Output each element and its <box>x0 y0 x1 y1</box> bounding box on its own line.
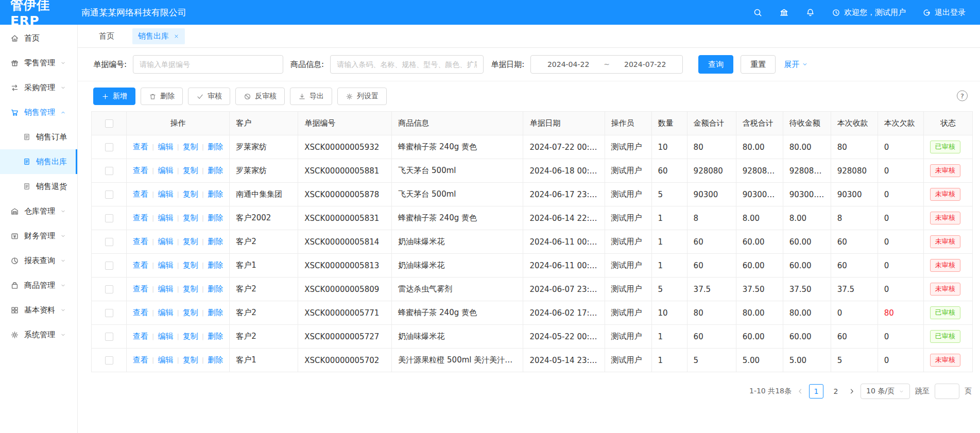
copy-link[interactable]: 复制 <box>183 308 198 317</box>
row-checkbox[interactable] <box>105 143 113 151</box>
chevron-up-icon <box>60 110 66 115</box>
delete-link[interactable]: 删除 <box>208 261 223 270</box>
view-link[interactable]: 查看 <box>133 332 148 341</box>
date-range-picker[interactable]: 2024-04-22 ~ 2024-07-22 <box>530 55 683 74</box>
row-checkbox[interactable] <box>105 190 113 199</box>
sidebar-item-finance-mgmt[interactable]: 财务管理 <box>0 223 77 248</box>
copy-link[interactable]: 复制 <box>183 332 198 341</box>
system-icon <box>10 331 19 339</box>
sidebar-item-sales-return[interactable]: 销售退货 <box>0 174 77 199</box>
column-settings-button[interactable]: 列设置 <box>337 88 387 105</box>
delete-link[interactable]: 删除 <box>208 332 223 341</box>
row-checkbox[interactable] <box>105 238 113 246</box>
row-checkbox[interactable] <box>105 262 113 270</box>
edit-link[interactable]: 编辑 <box>158 261 173 270</box>
edit-link[interactable]: 编辑 <box>158 189 173 199</box>
ban-icon <box>244 93 251 100</box>
row-checkbox[interactable] <box>105 333 113 341</box>
sidebar-item-basic-data[interactable]: 基本资料 <box>0 298 77 322</box>
unapprove-button[interactable]: 反审核 <box>235 88 285 105</box>
edit-link[interactable]: 编辑 <box>158 355 173 365</box>
delete-link[interactable]: 删除 <box>208 142 223 151</box>
delete-link[interactable]: 删除 <box>208 355 223 365</box>
edit-link[interactable]: 编辑 <box>158 142 173 151</box>
jump-page-input[interactable] <box>935 384 959 399</box>
copy-link[interactable]: 复制 <box>183 213 198 222</box>
view-link[interactable]: 查看 <box>133 142 148 151</box>
edit-link[interactable]: 编辑 <box>158 237 173 246</box>
welcome-user[interactable]: 欢迎您，测试用户 <box>832 8 906 18</box>
delete-link[interactable]: 删除 <box>208 237 223 246</box>
expand-link[interactable]: 展开 <box>784 60 808 70</box>
app-logo[interactable]: 管伊佳ERP <box>0 0 75 28</box>
page-size-select[interactable]: 10 条/页 <box>861 384 910 399</box>
copy-link[interactable]: 复制 <box>183 261 198 270</box>
page-1-button[interactable]: 1 <box>809 384 823 399</box>
delete-button[interactable]: 删除 <box>141 88 183 105</box>
sidebar-item-retail-mgmt[interactable]: 零售管理 <box>0 50 77 75</box>
sidebar-item-product-mgmt[interactable]: 商品管理 <box>0 273 77 298</box>
view-link[interactable]: 查看 <box>133 237 148 246</box>
next-page-icon[interactable] <box>848 388 855 395</box>
action-separator: | <box>177 214 179 222</box>
row-checkbox[interactable] <box>105 309 113 317</box>
view-link[interactable]: 查看 <box>133 355 148 365</box>
edit-link[interactable]: 编辑 <box>158 166 173 175</box>
row-checkbox[interactable] <box>105 167 113 175</box>
sidebar-item-warehouse-mgmt[interactable]: 仓库管理 <box>0 199 77 223</box>
copy-link[interactable]: 复制 <box>183 355 198 365</box>
copy-link[interactable]: 复制 <box>183 166 198 175</box>
sidebar-item-sales-mgmt[interactable]: 销售管理 <box>0 100 77 125</box>
delete-link[interactable]: 删除 <box>208 213 223 222</box>
approve-button[interactable]: 审核 <box>188 88 230 105</box>
view-link[interactable]: 查看 <box>133 261 148 270</box>
delete-link[interactable]: 删除 <box>208 308 223 317</box>
copy-link[interactable]: 复制 <box>183 142 198 151</box>
date-start-value[interactable]: 2024-04-22 <box>547 60 589 68</box>
bell-icon[interactable] <box>805 8 815 18</box>
copy-link[interactable]: 复制 <box>183 237 198 246</box>
cell-owed: 0 <box>878 325 923 349</box>
logout-button[interactable]: 退出登录 <box>922 8 966 18</box>
tab-home[interactable]: 首页 <box>93 28 120 44</box>
sidebar-item-sales-order[interactable]: 销售订单 <box>0 125 77 149</box>
sidebar-item-report-query[interactable]: 报表查询 <box>0 248 77 273</box>
edit-link[interactable]: 编辑 <box>158 308 173 317</box>
search-button[interactable]: 查询 <box>698 55 733 74</box>
tab-sales-outbound[interactable]: 销售出库 <box>132 28 185 44</box>
select-all-checkbox[interactable] <box>105 119 113 128</box>
add-button[interactable]: 新增 <box>93 88 135 105</box>
product-info-input[interactable] <box>330 55 484 74</box>
row-checkbox[interactable] <box>105 214 113 222</box>
view-link[interactable]: 查看 <box>133 166 148 175</box>
row-checkbox[interactable] <box>105 356 113 365</box>
shop-icon[interactable] <box>779 8 789 18</box>
export-button[interactable]: 导出 <box>290 88 332 105</box>
edit-link[interactable]: 编辑 <box>158 213 173 222</box>
view-link[interactable]: 查看 <box>133 189 148 199</box>
sidebar-item-system-mgmt[interactable]: 系统管理 <box>0 322 77 347</box>
sidebar-item-sales-outbound[interactable]: 销售出库 <box>0 149 77 174</box>
delete-link[interactable]: 删除 <box>208 189 223 199</box>
copy-link[interactable]: 复制 <box>183 189 198 199</box>
view-link[interactable]: 查看 <box>133 213 148 222</box>
reset-button[interactable]: 重置 <box>741 55 776 74</box>
delete-link[interactable]: 删除 <box>208 166 223 175</box>
status-badge: 未审核 <box>930 164 960 177</box>
edit-link[interactable]: 编辑 <box>158 332 173 341</box>
page-2-button[interactable]: 2 <box>829 384 843 399</box>
date-end-value[interactable]: 2024-07-22 <box>624 60 666 68</box>
sidebar-item-home[interactable]: 首页 <box>0 26 77 50</box>
delete-link[interactable]: 删除 <box>208 284 223 293</box>
copy-link[interactable]: 复制 <box>183 284 198 293</box>
sidebar-item-purchase-mgmt[interactable]: 采购管理 <box>0 75 77 100</box>
view-link[interactable]: 查看 <box>133 284 148 293</box>
edit-link[interactable]: 编辑 <box>158 284 173 293</box>
prev-page-icon[interactable] <box>797 388 804 395</box>
row-checkbox[interactable] <box>105 285 113 293</box>
help-icon[interactable]: ? <box>957 91 968 101</box>
welcome-text: 欢迎您，测试用户 <box>844 8 906 18</box>
view-link[interactable]: 查看 <box>133 308 148 317</box>
doc-no-input[interactable] <box>133 55 283 74</box>
search-icon[interactable] <box>753 8 763 18</box>
